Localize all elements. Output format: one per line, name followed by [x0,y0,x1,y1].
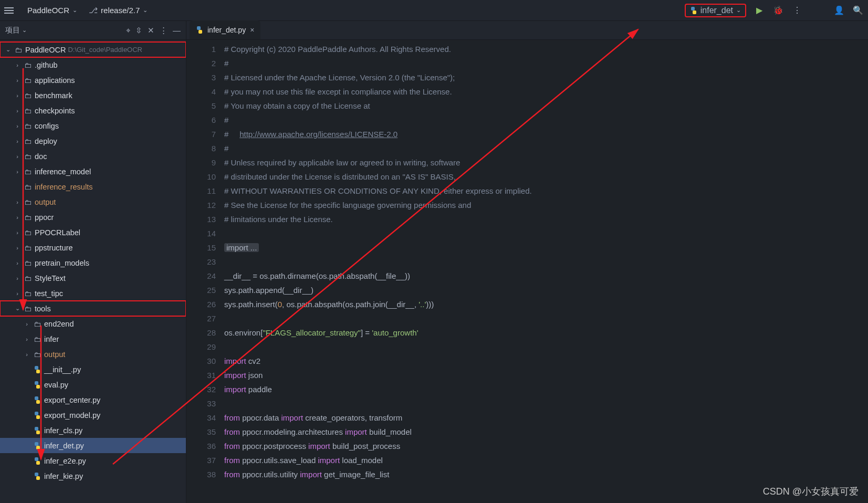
line-number: 31 [186,368,216,382]
debug-button[interactable]: 🐞 [772,5,784,16]
more-button[interactable]: ⋮ [791,5,803,16]
tree-file[interactable]: infer_det.py [0,438,186,453]
code-line[interactable]: # http://www.apache.org/licenses/LICENSE… [224,127,868,141]
tree-row[interactable]: ›🗀configs [0,118,186,133]
tree-row[interactable]: ⌄🗀PaddleOCR D:\Git_code\PaddleOCR [0,42,186,57]
code-line[interactable]: from ppocr.modeling.architectures import… [224,425,868,439]
code-line[interactable]: # [224,141,868,155]
python-icon [34,473,41,480]
tree-row[interactable]: ›🗀checkpoints [0,103,186,118]
code-line[interactable]: sys.path.insert(0, os.path.abspath(os.pa… [224,297,868,311]
tree-file[interactable]: infer_cls.py [0,423,186,438]
code-line[interactable]: from ppocr.data import create_operators,… [224,411,868,425]
folder-icon: 🗀 [34,335,41,343]
code-body[interactable]: # Copyright (c) 2020 PaddlePaddle Author… [224,40,868,503]
tree-file[interactable]: eval.py [0,377,186,392]
tree-row[interactable]: ›🗀pretrain_models [0,255,186,270]
close-icon[interactable]: × [250,26,254,34]
branch-name: release/2.7 [101,6,140,15]
code-line[interactable] [224,340,868,354]
code-line[interactable] [224,311,868,326]
play-icon: ▶ [756,5,762,15]
code-line[interactable]: # distributed under the License is distr… [224,170,868,184]
expand-icon[interactable]: ⇳ [135,26,142,35]
tree-row[interactable]: ›🗀.github [0,57,186,72]
run-button[interactable]: ▶ [754,5,765,16]
run-config-selector[interactable]: infer_det ⌄ [685,4,746,17]
code-line[interactable]: from ppocr.utils.utility import get_imag… [224,467,868,481]
code-line[interactable] [224,396,868,411]
folder-icon: 🗀 [24,305,32,313]
more-icon[interactable]: ⋮ [160,26,168,35]
tree-file[interactable]: export_model.py [0,407,186,423]
code-line[interactable]: import paddle [224,382,868,396]
main-menu-icon[interactable] [4,7,14,14]
tree-row[interactable]: 🗀inference_results [0,179,186,194]
tree-file[interactable]: infer_e2e.py [0,453,186,468]
branch-selector[interactable]: ⎇ release/2.7 ⌄ [85,4,152,17]
code-line[interactable]: __dir__ = os.path.dirname(os.path.abspat… [224,269,868,283]
folder-icon: 🗀 [24,137,32,145]
line-number: 27 [186,311,216,326]
editor-area: infer_det.py × 1234567891011121314152324… [186,21,868,503]
tree-row[interactable]: ›🗀doc [0,149,186,164]
tree-file[interactable]: infer_kie.py [0,468,186,484]
select-opened-icon[interactable]: ⌖ [126,26,130,35]
project-selector[interactable]: PaddleOCR ⌄ [23,4,81,17]
tab-infer-det[interactable]: infer_det.py × [190,20,260,39]
tree-file[interactable]: __init__.py [0,362,186,377]
line-number: 26 [186,297,216,311]
close-icon[interactable]: ✕ [148,26,154,35]
code-line[interactable]: # WITHOUT WARRANTIES OR CONDITIONS OF AN… [224,184,868,198]
tree-row[interactable]: ›🗀test_tipc [0,286,186,301]
code-line[interactable]: # Licensed under the Apache License, Ver… [224,70,868,85]
tree-row[interactable]: ›🗀infer [0,331,186,347]
tree-file[interactable]: export_center.py [0,392,186,407]
tree-row[interactable]: ›🗀ppstructure [0,240,186,255]
tree-row[interactable]: ›🗀deploy [0,133,186,149]
code-line[interactable]: # limitations under the License. [224,212,868,226]
tree-row[interactable]: ›🗀applications [0,72,186,88]
tree-row[interactable]: ›🗀end2end [0,316,186,331]
search-button[interactable]: 🔍 [852,5,864,16]
code-line[interactable]: # [224,113,868,127]
code-line[interactable]: # Copyright (c) 2020 PaddlePaddle Author… [224,42,868,56]
python-icon [34,457,41,465]
tree-row[interactable]: ›🗀StyleText [0,270,186,286]
code-line[interactable] [224,226,868,240]
code-line[interactable]: # Unless required by applicable law or a… [224,155,868,170]
code-line[interactable]: from ppocr.postprocess import build_post… [224,439,868,453]
code-line[interactable]: # See the License for the specific langu… [224,198,868,212]
code-line[interactable]: from ppocr.utils.save_load import load_m… [224,453,868,467]
line-number: 10 [186,170,216,184]
folder-icon: 🗀 [24,107,32,115]
code-line[interactable]: # You may obtain a copy of the License a… [224,99,868,113]
tree-row[interactable]: ›🗀output [0,347,186,362]
tree-row[interactable]: ›🗀output [0,194,186,209]
code-line[interactable]: # you may not use this file except in co… [224,85,868,99]
sidebar-title: 项目 [5,26,20,35]
code-editor[interactable]: 1234567891011121314152324252627282930313… [186,40,868,503]
chevron-down-icon[interactable]: ⌄ [22,27,27,34]
main-area: 项目 ⌄ ⌖ ⇳ ✕ ⋮ — ⌄🗀PaddleOCR D:\Git_code\P… [0,21,868,503]
tree-row[interactable]: ›🗀PPOCRLabel [0,225,186,240]
search-icon: 🔍 [853,5,863,15]
add-user-button[interactable]: 👤 [833,5,845,16]
code-line[interactable]: import cv2 [224,354,868,368]
code-line[interactable]: # [224,56,868,70]
project-tree[interactable]: ⌄🗀PaddleOCR D:\Git_code\PaddleOCR›🗀.gith… [0,40,186,503]
code-line[interactable]: import json [224,368,868,382]
minimize-icon[interactable]: — [173,26,181,35]
tree-row[interactable]: ⌄🗀tools [0,301,186,316]
tree-row[interactable]: ›🗀ppocr [0,209,186,225]
code-line[interactable]: os.environ["FLAGS_allocator_strategy"] =… [224,326,868,340]
code-line[interactable]: sys.path.append(__dir__) [224,283,868,297]
code-line[interactable] [224,255,868,269]
tree-label: benchmark [35,91,72,100]
line-number: 1 [186,42,216,56]
bug-icon: 🐞 [773,5,783,15]
folder-icon: 🗀 [24,91,32,100]
tree-row[interactable]: ›🗀benchmark [0,88,186,103]
tree-row[interactable]: ›🗀inference_model [0,164,186,179]
code-line[interactable]: import ... [224,240,868,255]
